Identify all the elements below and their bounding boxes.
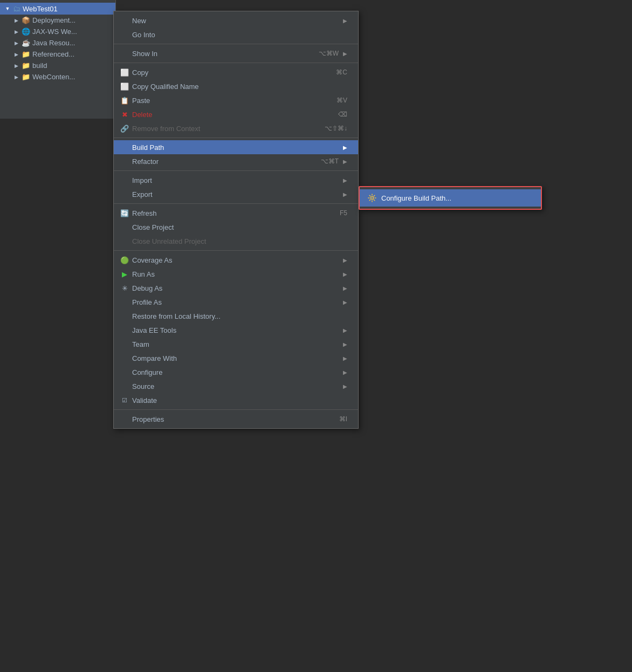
sidebar-item-label: WebConten... [32, 73, 75, 81]
sidebar-item-webcontent[interactable]: ▶ 📁 WebConten... [0, 71, 115, 83]
menu-item-copy-qualified[interactable]: ⬜ Copy Qualified Name [114, 79, 358, 93]
menu-shortcut: ⌫ [338, 111, 347, 118]
java-icon: ☕ [22, 39, 30, 47]
submenu-arrow-icon: ▶ [343, 383, 347, 389]
submenu-item-label: Configure Build Path... [381, 194, 451, 202]
expand-icon: ▶ [13, 29, 19, 35]
sidebar-item-javaresources[interactable]: ▶ ☕ Java Resou... [0, 37, 115, 49]
javaee-icon [120, 326, 129, 334]
submenu-arrow-icon: ▶ [343, 285, 347, 291]
paste-icon: 📋 [120, 96, 129, 105]
expand-icon: ▶ [13, 74, 19, 80]
menu-item-close-project[interactable]: Close Project [114, 220, 358, 234]
menu-item-coverage-as[interactable]: 🟢 Coverage As ▶ [114, 253, 358, 267]
sidebar-item-label: Java Resou... [32, 39, 75, 47]
validate-icon: ☑ [120, 396, 129, 404]
sidebar-item-label: Referenced... [32, 50, 74, 58]
menu-item-restore-history[interactable]: Restore from Local History... [114, 309, 358, 323]
menu-item-refresh[interactable]: 🔄 Refresh F5 [114, 206, 358, 220]
menu-item-remove-context: 🔗 Remove from Context ⌥⇧⌘↓ [114, 121, 358, 135]
menu-item-source[interactable]: Source ▶ [114, 379, 358, 393]
menu-separator [114, 409, 358, 410]
debug-icon: ✳ [120, 284, 129, 292]
copy-icon: ⬜ [120, 68, 129, 77]
menu-shortcut: ⌥⌘T [321, 157, 339, 165]
menu-shortcut: ⌥⌘W [319, 50, 339, 57]
refactor-icon [120, 157, 129, 166]
submenu-arrow-icon: ▶ [343, 51, 347, 57]
run-icon: ▶ [120, 270, 129, 278]
menu-shortcut: ⌥⇧⌘↓ [325, 125, 347, 132]
submenu-arrow-icon: ▶ [343, 145, 347, 150]
compare-icon [120, 354, 129, 362]
menu-item-refactor[interactable]: Refactor ⌥⌘T ▶ [114, 154, 358, 168]
menu-shortcut: F5 [340, 209, 347, 217]
delete-icon: ✖ [120, 110, 129, 119]
close-project-icon [120, 223, 129, 231]
menu-item-label: Close Unrelated Project [132, 237, 206, 245]
submenu-item-configure-build-path[interactable]: Configure Build Path... [360, 189, 541, 207]
sidebar-item-label: build [32, 61, 47, 70]
submenu-arrow-icon: ▶ [343, 18, 347, 24]
expand-icon: ▶ [13, 17, 19, 24]
menu-item-copy[interactable]: ⬜ Copy ⌘C [114, 65, 358, 79]
submenu-arrow-icon: ▶ [343, 191, 347, 197]
submenu-arrow-icon: ▶ [343, 271, 347, 277]
menu-item-build-path[interactable]: Build Path ▶ [114, 140, 358, 154]
jaxws-icon: 🌐 [22, 28, 30, 36]
menu-item-show-in[interactable]: Show In ⌥⌘W ▶ [114, 46, 358, 60]
gear-icon [367, 193, 377, 203]
sidebar-item-build[interactable]: ▶ 📁 build [0, 60, 115, 71]
menu-item-label: Validate [132, 396, 157, 404]
build-path-icon [120, 143, 129, 152]
menu-separator [114, 203, 358, 204]
sidebar-item-jaxws[interactable]: ▶ 🌐 JAX-WS We... [0, 26, 115, 37]
menu-item-label: Source [132, 382, 154, 390]
refresh-icon: 🔄 [120, 209, 129, 217]
menu-item-import[interactable]: Import ▶ [114, 173, 358, 187]
menu-item-javaee-tools[interactable]: Java EE Tools ▶ [114, 323, 358, 337]
menu-item-new[interactable]: New ▶ [114, 13, 358, 28]
menu-item-profile-as[interactable]: Profile As ▶ [114, 295, 358, 309]
sidebar-item-deployment[interactable]: ▶ 📦 Deployment... [0, 15, 115, 26]
deploy-icon: 📦 [22, 16, 30, 24]
menu-item-label: Remove from Context [132, 125, 200, 133]
menu-item-close-unrelated: Close Unrelated Project [114, 234, 358, 248]
menu-item-compare-with[interactable]: Compare With ▶ [114, 351, 358, 365]
menu-item-go-into[interactable]: Go Into [114, 28, 358, 42]
menu-item-label: Restore from Local History... [132, 312, 221, 320]
folder-icon: 📁 [22, 73, 30, 81]
menu-item-paste[interactable]: 📋 Paste ⌘V [114, 93, 358, 107]
menu-item-label: Team [132, 340, 149, 348]
menu-item-debug-as[interactable]: ✳ Debug As ▶ [114, 281, 358, 295]
menu-item-export[interactable]: Export ▶ [114, 187, 358, 201]
submenu-arrow-icon: ▶ [343, 369, 347, 375]
menu-item-properties[interactable]: Properties ⌘I [114, 412, 358, 426]
copy-qualified-icon: ⬜ [120, 82, 129, 91]
menu-item-label: Compare With [132, 354, 177, 362]
menu-separator [114, 138, 358, 138]
menu-item-label: Import [132, 176, 152, 184]
remove-context-icon: 🔗 [120, 124, 129, 133]
menu-item-label: New [132, 17, 146, 25]
project-explorer: ▼ 🗂 WebTest01 ▶ 📦 Deployment... ▶ 🌐 JAX-… [0, 0, 116, 119]
context-menu: New ▶ Go Into Show In ⌥⌘W ▶ ⬜ Copy ⌘C ⬜ … [113, 11, 359, 429]
folder-icon: 📁 [22, 61, 30, 70]
build-path-submenu: Configure Build Path... [359, 186, 542, 210]
menu-item-label: Coverage As [132, 256, 172, 264]
menu-item-run-as[interactable]: ▶ Run As ▶ [114, 267, 358, 281]
menu-item-team[interactable]: Team ▶ [114, 337, 358, 351]
sidebar-item-referenced[interactable]: ▶ 📁 Referenced... [0, 49, 115, 60]
menu-item-label: Go Into [132, 31, 155, 39]
menu-item-label: Profile As [132, 298, 162, 306]
sidebar-item-webtest01[interactable]: ▼ 🗂 WebTest01 [0, 3, 115, 15]
menu-shortcut: ⌘C [336, 68, 347, 76]
menu-separator [114, 250, 358, 251]
menu-item-label: Paste [132, 97, 150, 105]
expand-icon: ▶ [13, 40, 19, 46]
menu-item-configure[interactable]: Configure ▶ [114, 365, 358, 379]
menu-item-delete[interactable]: ✖ Delete ⌫ [114, 107, 358, 121]
expand-icon: ▼ [4, 5, 11, 12]
menu-item-label: Build Path [132, 143, 164, 152]
menu-item-validate[interactable]: ☑ Validate [114, 393, 358, 407]
